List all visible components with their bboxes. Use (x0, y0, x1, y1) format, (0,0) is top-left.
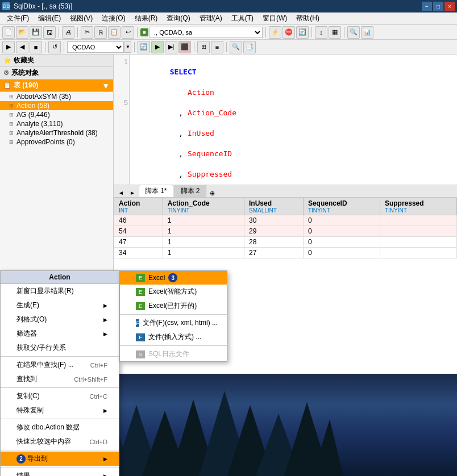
grid-button[interactable]: ⊞ (197, 41, 210, 53)
connect-button[interactable]: ⚡ (269, 26, 281, 39)
ctx-find-to[interactable]: 查找到 Ctrl+Shift+F (1, 372, 119, 386)
ctx-copy[interactable]: 复制(C) Ctrl+C (1, 389, 119, 403)
tables-arrow: ▼ (102, 81, 110, 90)
find-button[interactable]: 🔍 (347, 26, 360, 39)
expand-icon3: ⊞ (9, 112, 15, 118)
menu-help[interactable]: 帮助(H) (292, 12, 324, 24)
ctx-special-copy[interactable]: 特殊复制 ▶ (1, 403, 119, 417)
ctx-generate[interactable]: 生成(E) ▶ (1, 298, 119, 312)
col-header-sequenceid: SequenceID TINYINT (303, 198, 380, 215)
col-header-inused: InUsed SMALLINT (244, 198, 304, 215)
menu-view[interactable]: 视图(V) (65, 12, 97, 24)
db-select[interactable]: QCDAO (67, 41, 124, 53)
ctx-col-format[interactable]: 列格式(O) ▶ (1, 312, 119, 327)
tab-nav-next[interactable]: ► (127, 189, 138, 197)
cell-actioncode4: 1 (163, 248, 244, 258)
tab-add[interactable]: ⊕ (210, 190, 215, 197)
separator2 (77, 27, 78, 37)
db-dropdown[interactable]: QCDAO ▼ (67, 41, 131, 53)
menu-results[interactable]: 结果(R) (130, 12, 163, 24)
ctx-shortcut-findto: Ctrl+Shift+F (74, 376, 107, 383)
cell-actioncode: 1 (163, 215, 244, 226)
ctx-filter[interactable]: 筛选器 ▶ (1, 327, 119, 341)
ctx-sep1 (1, 356, 119, 357)
export-button[interactable]: 📊 (361, 26, 373, 39)
tree-item-label: AbbotAxSYM (35) (16, 93, 71, 101)
expand-icon: ⊞ (9, 94, 15, 99)
ctx-find-results[interactable]: 在结果中查找(F) ... Ctrl+F (1, 358, 119, 372)
tab-script2[interactable]: 脚本 2 (175, 185, 206, 197)
disconnect-button[interactable]: ⛔ (282, 26, 295, 39)
export2-button[interactable]: 📑 (243, 41, 256, 53)
refresh2-button[interactable]: 🔄 (138, 41, 150, 53)
ctx-quick-compare[interactable]: 快速比较选中内容 Ctrl+D (1, 435, 119, 449)
titlebar-title: SqlDbx - [., sa (53)] (14, 2, 72, 10)
toolbar2: ▶ ◀ ■ ↺ QCDAO ▼ 🔄 ▶ ▶| ⬛ ⊞ ≡ 🔍 📑 (0, 40, 457, 55)
tree-item-label5: AnalyteAlertThreshold (38) (16, 129, 98, 137)
copy-button[interactable]: ⎘ (94, 26, 107, 39)
table-row[interactable]: 47 1 28 0 (114, 237, 457, 248)
sidebar-system[interactable]: ⚙ 系统对象 (0, 67, 113, 80)
results-area: Action INT Action_Code TINYINT InUsed SM… (114, 198, 457, 476)
ctx-new-window[interactable]: 新窗口显示结果(R) (1, 284, 119, 298)
sort-button[interactable]: ↕ (315, 26, 327, 39)
cut-button[interactable]: ✂ (81, 26, 93, 39)
tab-script1[interactable]: 脚本 1* (139, 185, 173, 197)
close-button[interactable]: × (444, 2, 455, 11)
sidebar-tables-header[interactable]: 📋 表 (190) ▼ (0, 80, 113, 92)
connection-dropdown[interactable]: ■ ., QCDAO, sa (140, 27, 263, 38)
table-row[interactable]: 46 1 30 0 (114, 215, 457, 226)
save-button[interactable]: 💾 (30, 26, 42, 39)
run-step-button[interactable]: ▶| (165, 41, 177, 53)
tree-item-abbotaxsym[interactable]: ⊞ AbbotAxSYM (35) (0, 92, 113, 101)
results-table[interactable]: Action INT Action_Code TINYINT InUsed SM… (114, 198, 457, 453)
ctx-parent-child[interactable]: 获取父/子行关系 (1, 341, 119, 355)
tree-item-analyte[interactable]: ⊞ Analyte (3,110) (0, 119, 113, 128)
save-all-button[interactable]: 🖫 (43, 26, 56, 39)
ctx-results[interactable]: 结果 ▶ (1, 469, 119, 476)
menu-file[interactable]: 文件(F) (2, 12, 34, 24)
undo-button[interactable]: ↩ (122, 26, 134, 39)
stop-button[interactable]: ⬛ (178, 41, 191, 53)
system-icon: ⚙ (3, 69, 9, 77)
ctx-export-to[interactable]: 2 导出到 ▶ (1, 452, 119, 466)
tb2-btn4[interactable]: ↺ (48, 41, 61, 53)
menu-connect[interactable]: 连接(O) (97, 12, 130, 24)
filter-button[interactable]: ▦ (329, 26, 341, 39)
tb2-btn3[interactable]: ■ (30, 41, 42, 53)
db-dropdown-arrow[interactable]: ▼ (124, 41, 131, 53)
refresh-button[interactable]: 🔄 (296, 26, 309, 39)
tb2-btn2[interactable]: ◀ (16, 41, 28, 53)
ctx-shortcut-copy: Ctrl+C (90, 393, 107, 400)
new-button[interactable]: 📄 (2, 26, 15, 39)
tb2-btn1[interactable]: ▶ (2, 41, 15, 53)
col-action: Action (188, 88, 214, 97)
menu-window[interactable]: 窗口(W) (258, 12, 292, 24)
ctx-modify-data[interactable]: 修改 dbo.Action 数据 (1, 420, 119, 435)
menu-query[interactable]: 查询(Q) (162, 12, 194, 24)
tree-item-ag[interactable]: ⊞ AG (9,446) (0, 110, 113, 119)
tree-item-analytealert[interactable]: ⊞ AnalyteAlertThreshold (38) (0, 128, 113, 137)
tree-item-action[interactable]: ⊞ Action (58) (0, 101, 113, 110)
menu-edit[interactable]: 编辑(E) (34, 12, 65, 24)
tree-item-approved[interactable]: ⊞ ApprovedPoints (0) (0, 137, 113, 147)
maximize-button[interactable]: □ (433, 2, 443, 11)
tab-nav-prev[interactable]: ◄ (116, 189, 126, 197)
paste-button[interactable]: 📋 (108, 26, 121, 39)
cell-actioncode2: 1 (163, 226, 244, 237)
connection-select[interactable]: ., QCDAO, sa (149, 27, 263, 38)
open-button[interactable]: 📂 (16, 26, 28, 39)
table-row[interactable]: 34 1 27 0 (114, 248, 457, 258)
menu-tools[interactable]: 工具(T) (227, 12, 258, 24)
sql-editor[interactable]: SELECT Action , Action_Code , InUsed , S… (130, 55, 457, 185)
sidebar-favorites[interactable]: ⭐ 收藏夹 (0, 55, 113, 67)
search2-button[interactable]: 🔍 (230, 41, 242, 53)
tree-item-label4: Analyte (3,110) (16, 120, 63, 128)
minimize-button[interactable]: − (422, 2, 432, 11)
text-button[interactable]: ≡ (211, 41, 223, 53)
expand-icon5: ⊞ (9, 130, 15, 136)
print-button[interactable]: 🖨 (62, 26, 74, 39)
run-button[interactable]: ▶ (151, 41, 164, 53)
table-row[interactable]: 54 1 29 0 (114, 226, 457, 237)
menu-manage[interactable]: 管理(A) (195, 12, 227, 24)
